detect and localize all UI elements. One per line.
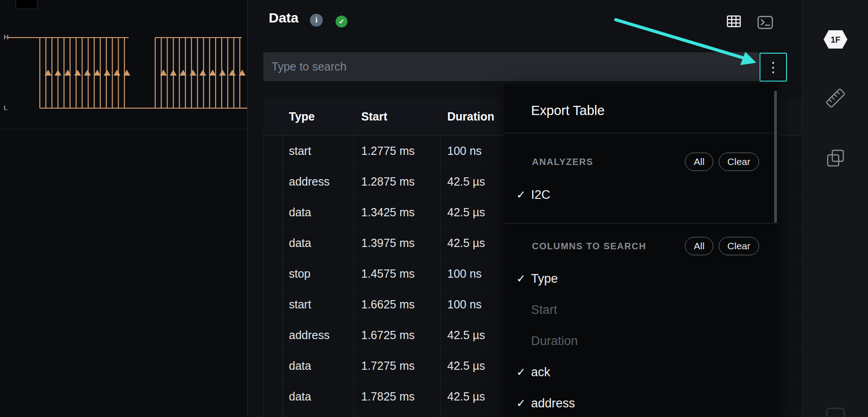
cell-type: stop	[282, 267, 353, 280]
table-view-icon[interactable]	[726, 14, 742, 31]
measurement-ruler-icon[interactable]	[823, 85, 848, 113]
cell-type: start	[282, 298, 353, 311]
menu-item-type[interactable]: ✓ Type	[505, 263, 778, 294]
waveform-panel: H L	[0, 0, 248, 417]
columns-all-button[interactable]: All	[685, 237, 713, 255]
cell-start: 1.7275 ms	[353, 359, 440, 373]
cell-start: 1.6725 ms	[353, 329, 440, 342]
cell-type: start	[282, 144, 353, 158]
columns-clear-button[interactable]: Clear	[719, 237, 759, 255]
check-icon: ✓	[516, 188, 531, 201]
cell-type: data	[282, 390, 353, 403]
cell-type: data	[282, 206, 353, 219]
right-sidebar: 1F	[802, 0, 868, 417]
check-icon: ✓	[516, 272, 531, 285]
page-title: Data	[269, 10, 298, 26]
cell-start: 1.6625 ms	[353, 298, 440, 311]
cell-start: 1.7825 ms	[353, 390, 440, 403]
cell-start: 1.3425 ms	[353, 206, 440, 219]
column-header-start[interactable]: Start	[353, 110, 440, 123]
menu-item-label: address	[531, 396, 575, 411]
menu-item-duration[interactable]: ✓ Duration	[505, 325, 778, 357]
menu-divider	[505, 133, 778, 133]
menu-item-address[interactable]: ✓ address	[505, 388, 778, 417]
menu-item-label: Start	[531, 303, 557, 317]
analyzers-clear-button[interactable]: Clear	[719, 153, 759, 171]
columns-section-header: COLUMNS TO SEARCH All Clear	[505, 229, 778, 263]
table-options-menu: Export Table ANALYZERS All Clear ✓ I2C C…	[505, 84, 778, 417]
marker-badge-label: 1F	[830, 35, 840, 44]
analyzers-section-title: ANALYZERS	[532, 157, 679, 167]
layout-panels-icon[interactable]	[825, 147, 846, 171]
channel-label-chip	[16, 0, 38, 9]
waveform-graph[interactable]	[0, 27, 247, 118]
analyzers-section-header: ANALYZERS All Clear	[505, 144, 778, 179]
menu-divider	[505, 223, 778, 224]
columns-section-title: COLUMNS TO SEARCH	[532, 241, 679, 252]
timing-marker-badge[interactable]: 1F	[821, 27, 850, 54]
cell-type: address	[282, 329, 353, 342]
menu-item-export-table[interactable]: Export Table	[505, 93, 778, 127]
cell-type: address	[282, 175, 353, 188]
menu-item-label: ack	[531, 365, 550, 379]
analyzers-all-button[interactable]: All	[685, 153, 713, 171]
info-icon[interactable]: i	[310, 14, 323, 27]
app-root: H L Data i ✓ ⋮	[0, 0, 868, 417]
menu-scrollbar[interactable]	[774, 91, 777, 223]
kebab-icon: ⋮	[766, 59, 780, 75]
menu-item-i2c[interactable]: ✓ I2C	[505, 179, 778, 210]
menu-item-label: Duration	[531, 334, 578, 348]
terminal-view-icon[interactable]	[757, 15, 774, 32]
menu-item-label: I2C	[531, 188, 550, 202]
search-input[interactable]	[263, 52, 759, 81]
menu-item-start[interactable]: ✓ Start	[505, 294, 778, 325]
column-header-type[interactable]: Type	[282, 110, 353, 123]
check-icon: ✓	[516, 366, 531, 379]
analyzer-ok-icon: ✓	[336, 16, 347, 27]
table-options-kebab-button[interactable]: ⋮	[760, 53, 787, 82]
cell-start: 1.2875 ms	[353, 175, 440, 188]
menu-item-label: Type	[531, 272, 558, 286]
cell-start: 1.4575 ms	[353, 267, 440, 280]
cell-type: data	[282, 236, 353, 250]
check-icon: ✓	[516, 397, 531, 410]
channel-separator	[0, 129, 247, 129]
cell-type: data	[282, 359, 353, 373]
cut-off-tool-icon[interactable]	[825, 407, 846, 417]
cell-start: 1.2775 ms	[353, 144, 440, 158]
menu-item-ack[interactable]: ✓ ack	[505, 357, 778, 388]
cell-start: 1.3975 ms	[353, 236, 440, 250]
